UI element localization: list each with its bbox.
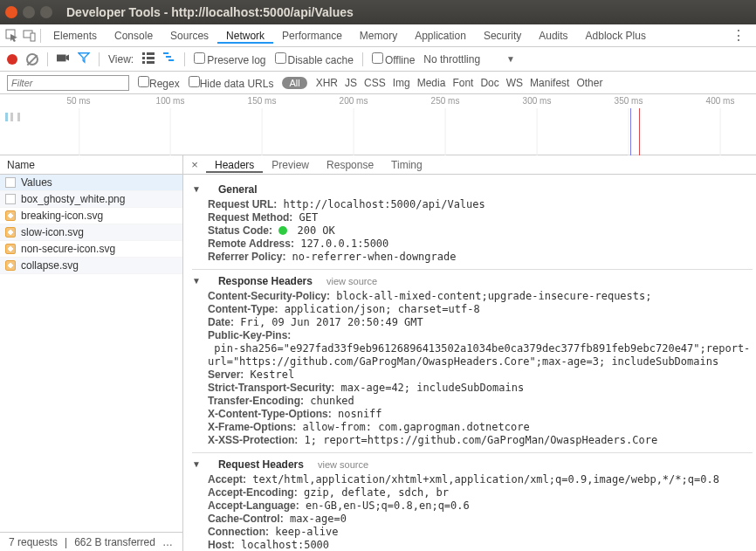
- filter-type-doc[interactable]: Doc: [480, 77, 498, 89]
- filter-type-xhr[interactable]: XHR: [316, 77, 338, 89]
- screenshot-icon[interactable]: [57, 52, 69, 66]
- timeline-tick: 300 ms: [523, 96, 552, 106]
- svg-rect-6: [142, 57, 145, 59]
- section-request-headers[interactable]: ▼Request Headersview source: [192, 458, 753, 472]
- detail-tab-headers[interactable]: Headers: [206, 159, 263, 173]
- request-row[interactable]: slow-icon.svg: [0, 224, 182, 241]
- tab-performance[interactable]: Performance: [273, 30, 351, 42]
- status-transferred: 662 B transferred: [74, 536, 155, 548]
- svg-rect-11: [166, 56, 171, 58]
- window-maximize-icon[interactable]: [40, 6, 52, 18]
- tab-memory[interactable]: Memory: [351, 30, 406, 42]
- timeline-load-line: [639, 108, 640, 155]
- svg-rect-9: [147, 61, 155, 64]
- header-key: Strict-Transport-Security:: [208, 382, 334, 395]
- network-timeline[interactable]: 50 ms100 ms150 ms200 ms250 ms300 ms350 m…: [0, 94, 756, 155]
- header-key: Cache-Control:: [208, 513, 284, 526]
- request-detail-pane: × HeadersPreviewResponseTiming ▼General …: [183, 155, 756, 551]
- header-value: nosniff: [332, 408, 382, 421]
- header-row: X-Content-Type-Options: nosniff: [208, 408, 753, 421]
- detail-tab-timing[interactable]: Timing: [382, 159, 431, 171]
- filter-type-js[interactable]: JS: [345, 77, 357, 89]
- header-value: gzip, deflate, sdch, br: [298, 486, 449, 499]
- tab-sources[interactable]: Sources: [162, 30, 217, 42]
- svg-rect-5: [147, 52, 155, 55]
- header-value: localhost:5000: [235, 539, 329, 551]
- preserve-log-checkbox[interactable]: Preserve log: [194, 52, 265, 66]
- svg-rect-2: [31, 33, 35, 41]
- header-key: X-Frame-Options:: [208, 421, 296, 434]
- tab-console[interactable]: Console: [106, 30, 162, 42]
- view-waterfall-icon[interactable]: [163, 52, 175, 66]
- timeline-domcontent-line: [630, 108, 631, 155]
- header-row: Status Code: 200 OK: [208, 224, 753, 238]
- header-value: allow-from: com.gaprogman.dotnetcore: [296, 421, 529, 434]
- detail-tab-response[interactable]: Response: [318, 159, 382, 171]
- header-key: Content-Type:: [208, 303, 278, 316]
- tab-audits[interactable]: Audits: [530, 30, 576, 42]
- request-row[interactable]: collapse.svg: [0, 258, 182, 274]
- timeline-marker: [5, 113, 8, 121]
- timeline-marker: [10, 113, 13, 121]
- filter-type-img[interactable]: Img: [393, 77, 410, 89]
- timeline-tick: 200 ms: [340, 96, 368, 106]
- timeline-marker: [17, 113, 20, 121]
- header-key: Remote Address:: [208, 238, 294, 251]
- section-response-headers[interactable]: ▼Response Headersview source: [192, 275, 753, 288]
- filter-type-css[interactable]: CSS: [364, 77, 386, 89]
- tab-network[interactable]: Network: [217, 30, 273, 44]
- header-row: Public-Key-Pins: pin-sha256="e927fad33f9…: [208, 329, 753, 368]
- more-menu-icon[interactable]: ⋮: [726, 27, 751, 44]
- filter-type-other[interactable]: Other: [576, 77, 602, 89]
- throttling-select[interactable]: No throttling▼: [423, 53, 515, 65]
- tab-elements[interactable]: Elements: [45, 30, 106, 42]
- request-row[interactable]: Values: [0, 175, 182, 191]
- header-row: Request URL: http://localhost:5000/api/V…: [208, 198, 753, 211]
- filter-type-media[interactable]: Media: [417, 77, 446, 89]
- section-general[interactable]: ▼General: [192, 183, 753, 196]
- header-key: Request URL:: [208, 198, 277, 211]
- filter-type-font[interactable]: Font: [452, 77, 473, 89]
- timeline-tick: 350 ms: [615, 96, 643, 106]
- disable-cache-checkbox[interactable]: Disable cache: [275, 52, 354, 66]
- header-value: 1; report=https://github.com/GaProgMan/O…: [298, 434, 657, 447]
- device-toggle-icon[interactable]: [23, 29, 37, 43]
- svg-rect-8: [142, 61, 145, 64]
- request-row[interactable]: non-secure-icon.svg: [0, 241, 182, 258]
- svg-file-icon: [5, 210, 16, 221]
- request-row[interactable]: box_ghosty_white.png: [0, 191, 182, 208]
- header-row: Connection: keep-alive: [208, 526, 753, 539]
- request-list-pane: Name Valuesbox_ghosty_white.pngbreaking-…: [0, 155, 183, 551]
- request-list[interactable]: Valuesbox_ghosty_white.pngbreaking-icon.…: [0, 175, 182, 532]
- svg-file-icon: [5, 244, 16, 254]
- header-row: Accept: text/html,application/xhtml+xml,…: [208, 473, 753, 486]
- filter-icon[interactable]: [78, 52, 90, 66]
- header-value: max-age=0: [284, 513, 347, 526]
- filter-type-manifest[interactable]: Manifest: [530, 77, 569, 89]
- clear-icon[interactable]: [26, 53, 38, 65]
- view-source-link[interactable]: view source: [318, 459, 368, 472]
- header-key: Connection:: [208, 526, 269, 539]
- filter-all-pill[interactable]: All: [282, 77, 306, 89]
- window-minimize-icon[interactable]: [23, 6, 35, 18]
- offline-checkbox[interactable]: Offline: [372, 52, 415, 66]
- view-large-icon[interactable]: [142, 52, 155, 66]
- view-source-link[interactable]: view source: [326, 276, 377, 288]
- record-icon[interactable]: [7, 54, 17, 65]
- filter-type-ws[interactable]: WS: [506, 77, 523, 89]
- close-detail-icon[interactable]: ×: [187, 158, 203, 171]
- header-value: application/json; charset=utf-8: [278, 303, 479, 316]
- filter-input[interactable]: [7, 75, 129, 91]
- detail-tab-preview[interactable]: Preview: [263, 159, 318, 171]
- regex-checkbox[interactable]: Regex: [138, 76, 180, 90]
- hide-data-urls-checkbox[interactable]: Hide data URLs: [189, 76, 274, 90]
- inspect-icon[interactable]: [5, 29, 19, 43]
- request-row[interactable]: breaking-icon.svg: [0, 208, 182, 224]
- tab-adblock-plus[interactable]: Adblock Plus: [577, 30, 655, 42]
- svg-rect-10: [163, 52, 168, 54]
- tab-application[interactable]: Application: [406, 30, 475, 42]
- header-row: Transfer-Encoding: chunked: [208, 395, 753, 408]
- window-close-icon[interactable]: [5, 6, 17, 18]
- header-row: Accept-Encoding: gzip, deflate, sdch, br: [208, 486, 753, 499]
- tab-security[interactable]: Security: [475, 30, 530, 42]
